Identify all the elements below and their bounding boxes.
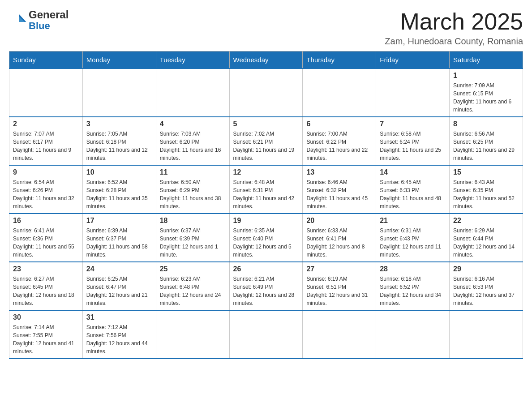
calendar-cell — [156, 310, 229, 359]
calendar-week-3: 9Sunrise: 6:54 AMSunset: 6:26 PMDaylight… — [9, 165, 523, 214]
weekday-header-row: SundayMondayTuesdayWednesdayThursdayFrid… — [9, 51, 523, 69]
calendar-cell: 1Sunrise: 7:09 AMSunset: 6:15 PMDaylight… — [450, 68, 523, 117]
calendar-cell: 11Sunrise: 6:50 AMSunset: 6:29 PMDayligh… — [156, 165, 229, 214]
calendar-cell: 10Sunrise: 6:52 AMSunset: 6:28 PMDayligh… — [82, 165, 156, 214]
calendar-cell: 27Sunrise: 6:19 AMSunset: 6:51 PMDayligh… — [303, 262, 376, 310]
day-info: Sunrise: 6:16 AMSunset: 6:53 PMDaylight:… — [453, 275, 519, 307]
calendar-cell: 20Sunrise: 6:33 AMSunset: 6:41 PMDayligh… — [303, 214, 376, 262]
day-number: 16 — [13, 217, 79, 225]
weekday-header-saturday: Saturday — [450, 51, 523, 69]
day-info: Sunrise: 6:18 AMSunset: 6:52 PMDaylight:… — [380, 275, 446, 307]
day-info: Sunrise: 6:21 AMSunset: 6:49 PMDaylight:… — [233, 275, 299, 307]
calendar-cell: 18Sunrise: 6:37 AMSunset: 6:39 PMDayligh… — [156, 214, 229, 262]
calendar-week-6: 30Sunrise: 7:14 AMSunset: 7:55 PMDayligh… — [9, 310, 523, 359]
calendar-cell: 21Sunrise: 6:31 AMSunset: 6:43 PMDayligh… — [376, 214, 450, 262]
calendar-cell — [229, 310, 303, 359]
day-number: 15 — [453, 168, 519, 176]
day-info: Sunrise: 6:31 AMSunset: 6:43 PMDaylight:… — [380, 227, 446, 259]
calendar-cell — [156, 68, 229, 117]
day-number: 28 — [380, 265, 446, 273]
calendar-cell: 24Sunrise: 6:25 AMSunset: 6:47 PMDayligh… — [82, 262, 156, 310]
calendar-cell: 19Sunrise: 6:35 AMSunset: 6:40 PMDayligh… — [229, 214, 303, 262]
day-info: Sunrise: 6:27 AMSunset: 6:45 PMDaylight:… — [13, 275, 79, 307]
calendar-cell: 26Sunrise: 6:21 AMSunset: 6:49 PMDayligh… — [229, 262, 303, 310]
calendar-cell — [9, 68, 83, 117]
day-number: 25 — [160, 265, 226, 273]
day-info: Sunrise: 6:58 AMSunset: 6:24 PMDaylight:… — [380, 130, 446, 162]
calendar-cell: 7Sunrise: 6:58 AMSunset: 6:24 PMDaylight… — [376, 117, 450, 165]
day-number: 20 — [306, 217, 372, 225]
weekday-header-wednesday: Wednesday — [229, 51, 303, 69]
day-info: Sunrise: 7:05 AMSunset: 6:18 PMDaylight:… — [86, 130, 152, 162]
calendar-cell — [450, 310, 523, 359]
day-info: Sunrise: 6:52 AMSunset: 6:28 PMDaylight:… — [86, 178, 152, 210]
logo-general-text: General — [29, 9, 69, 21]
calendar-cell: 25Sunrise: 6:23 AMSunset: 6:48 PMDayligh… — [156, 262, 229, 310]
logo-icon — [9, 11, 27, 29]
day-number: 5 — [233, 120, 299, 128]
day-info: Sunrise: 6:23 AMSunset: 6:48 PMDaylight:… — [160, 275, 226, 307]
calendar-cell — [376, 310, 450, 359]
calendar-cell: 2Sunrise: 7:07 AMSunset: 6:17 PMDaylight… — [9, 117, 83, 165]
calendar-cell: 31Sunrise: 7:12 AMSunset: 7:56 PMDayligh… — [82, 310, 156, 359]
day-info: Sunrise: 7:02 AMSunset: 6:21 PMDaylight:… — [233, 130, 299, 162]
day-number: 30 — [13, 313, 79, 321]
calendar-week-5: 23Sunrise: 6:27 AMSunset: 6:45 PMDayligh… — [9, 262, 523, 310]
logo-blue-text: Blue — [29, 21, 69, 31]
day-info: Sunrise: 6:29 AMSunset: 6:44 PMDaylight:… — [453, 227, 519, 259]
calendar-cell: 22Sunrise: 6:29 AMSunset: 6:44 PMDayligh… — [450, 214, 523, 262]
calendar-cell: 13Sunrise: 6:46 AMSunset: 6:32 PMDayligh… — [303, 165, 376, 214]
calendar-cell: 16Sunrise: 6:41 AMSunset: 6:36 PMDayligh… — [9, 214, 83, 262]
day-number: 29 — [453, 265, 519, 273]
day-info: Sunrise: 6:43 AMSunset: 6:35 PMDaylight:… — [453, 178, 519, 210]
calendar-cell: 14Sunrise: 6:45 AMSunset: 6:33 PMDayligh… — [376, 165, 450, 214]
day-number: 10 — [86, 168, 152, 176]
day-number: 27 — [306, 265, 372, 273]
day-number: 13 — [306, 168, 372, 176]
day-number: 17 — [86, 217, 152, 225]
day-info: Sunrise: 6:46 AMSunset: 6:32 PMDaylight:… — [306, 178, 372, 210]
weekday-header-friday: Friday — [376, 51, 450, 69]
month-title: March 2025 — [385, 9, 523, 34]
calendar-cell: 8Sunrise: 6:56 AMSunset: 6:25 PMDaylight… — [450, 117, 523, 165]
calendar-cell — [303, 310, 376, 359]
calendar-cell — [82, 68, 156, 117]
calendar-cell: 4Sunrise: 7:03 AMSunset: 6:20 PMDaylight… — [156, 117, 229, 165]
weekday-header-tuesday: Tuesday — [156, 51, 229, 69]
day-number: 24 — [86, 265, 152, 273]
day-info: Sunrise: 6:39 AMSunset: 6:37 PMDaylight:… — [86, 227, 152, 259]
day-number: 6 — [306, 120, 372, 128]
calendar-table: SundayMondayTuesdayWednesdayThursdayFrid… — [9, 51, 523, 359]
day-number: 26 — [233, 265, 299, 273]
day-info: Sunrise: 6:56 AMSunset: 6:25 PMDaylight:… — [453, 130, 519, 162]
weekday-header-sunday: Sunday — [9, 51, 83, 69]
calendar-cell — [376, 68, 450, 117]
day-number: 9 — [13, 168, 79, 176]
day-number: 3 — [86, 120, 152, 128]
day-number: 8 — [453, 120, 519, 128]
calendar-cell — [229, 68, 303, 117]
day-info: Sunrise: 6:33 AMSunset: 6:41 PMDaylight:… — [306, 227, 372, 259]
day-number: 14 — [380, 168, 446, 176]
day-info: Sunrise: 6:41 AMSunset: 6:36 PMDaylight:… — [13, 227, 79, 259]
day-info: Sunrise: 7:03 AMSunset: 6:20 PMDaylight:… — [160, 130, 226, 162]
day-number: 7 — [380, 120, 446, 128]
calendar-cell: 29Sunrise: 6:16 AMSunset: 6:53 PMDayligh… — [450, 262, 523, 310]
calendar-cell: 28Sunrise: 6:18 AMSunset: 6:52 PMDayligh… — [376, 262, 450, 310]
calendar-cell: 6Sunrise: 7:00 AMSunset: 6:22 PMDaylight… — [303, 117, 376, 165]
calendar-cell: 3Sunrise: 7:05 AMSunset: 6:18 PMDaylight… — [82, 117, 156, 165]
day-number: 4 — [160, 120, 226, 128]
calendar-cell: 12Sunrise: 6:48 AMSunset: 6:31 PMDayligh… — [229, 165, 303, 214]
calendar-cell: 9Sunrise: 6:54 AMSunset: 6:26 PMDaylight… — [9, 165, 83, 214]
day-number: 22 — [453, 217, 519, 225]
day-number: 11 — [160, 168, 226, 176]
calendar-week-1: 1Sunrise: 7:09 AMSunset: 6:15 PMDaylight… — [9, 68, 523, 117]
day-info: Sunrise: 6:45 AMSunset: 6:33 PMDaylight:… — [380, 178, 446, 210]
calendar-cell: 17Sunrise: 6:39 AMSunset: 6:37 PMDayligh… — [82, 214, 156, 262]
weekday-header-thursday: Thursday — [303, 51, 376, 69]
calendar-cell: 30Sunrise: 7:14 AMSunset: 7:55 PMDayligh… — [9, 310, 83, 359]
day-info: Sunrise: 7:07 AMSunset: 6:17 PMDaylight:… — [13, 130, 79, 162]
day-info: Sunrise: 6:25 AMSunset: 6:47 PMDaylight:… — [86, 275, 152, 307]
calendar-cell — [303, 68, 376, 117]
day-number: 1 — [453, 72, 519, 80]
